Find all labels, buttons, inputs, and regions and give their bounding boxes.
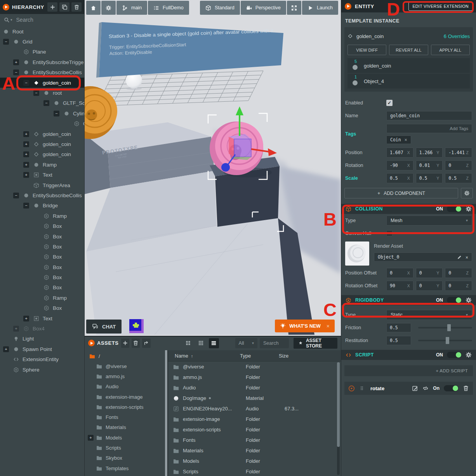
asset-row-extension-image[interactable]: extension-imageFolder <box>168 414 341 424</box>
viewport-panel[interactable]: Station 3 - Disable a single object (gol… <box>85 0 341 336</box>
rigidbody-settings-icon[interactable] <box>466 297 472 303</box>
folder-item-skybox[interactable]: Skybox <box>85 453 165 463</box>
folder-item--viverse[interactable]: @viverse <box>85 361 165 371</box>
viewport-canvas[interactable]: Station 3 - Disable a single object (gol… <box>85 0 341 336</box>
asset-search-input[interactable]: Search <box>260 338 289 348</box>
view-grid-large-button[interactable] <box>196 338 206 348</box>
collision-type-dropdown[interactable]: Mesh▾ <box>386 215 472 226</box>
rotation-x-field[interactable]: -90X <box>386 160 413 170</box>
rotation-offset-z-field[interactable]: 0Z <box>445 281 472 291</box>
tree-item-ramp[interactable]: Ramp <box>0 211 84 221</box>
position-offset-x-field[interactable]: 0X <box>386 268 413 278</box>
tree-toggle-icon[interactable]: + <box>23 141 29 147</box>
overrides-link[interactable]: 6 Overrides <box>444 33 470 39</box>
enabled-checkbox[interactable]: ✓ <box>386 100 393 106</box>
column-header-type[interactable]: Type <box>240 353 279 359</box>
tree-toggle-icon[interactable]: + <box>23 316 29 321</box>
add-script-button[interactable]: + ADD SCRIPT <box>344 365 473 376</box>
tree-item-golden-coin[interactable]: +golden_coin <box>0 139 84 149</box>
tree-item-golden-coin[interactable]: −golden_coin <box>0 78 84 88</box>
avatar-button[interactable] <box>129 319 144 333</box>
tree-item-text[interactable]: +Text <box>0 170 84 180</box>
render-asset-thumbnail[interactable] <box>345 241 369 266</box>
tree-item-entitysubscribecollis[interactable]: −EntitySubscribeCollis <box>0 190 84 200</box>
tree-item-entitysubscribecollis[interactable]: −EntitySubscribeCollis <box>0 68 84 78</box>
launch-button[interactable]: Launch <box>302 1 338 15</box>
add-component-button[interactable]: +ADD COMPONENT <box>344 188 458 198</box>
asset-row-models[interactable]: ModelsFolder <box>168 456 341 466</box>
tree-item-triggerarea[interactable]: TriggerArea <box>0 180 84 190</box>
tag-chip-coin[interactable]: Coin × <box>386 136 411 144</box>
asset-filter-dropdown[interactable]: All ▾ <box>235 338 257 348</box>
tree-item-text[interactable]: +Text <box>0 313 84 323</box>
asset-row-extension-scripts[interactable]: extension-scriptsFolder <box>168 424 341 435</box>
tree-toggle-icon[interactable]: + <box>23 131 29 137</box>
position-offset-z-field[interactable]: 0Z <box>445 268 472 278</box>
hierarchy-search-input[interactable]: ▾ Search <box>0 14 84 26</box>
gear-button[interactable] <box>101 1 116 15</box>
tree-item-golden-coin[interactable]: +golden_coin <box>0 129 84 139</box>
tree-item-c[interactable]: C <box>0 119 84 129</box>
tree-toggle-icon[interactable]: − <box>54 111 59 116</box>
tree-toggle-icon[interactable]: − <box>33 90 39 96</box>
folder-toggle-icon[interactable]: + <box>88 435 94 441</box>
tree-item-bridge[interactable]: −Bridge <box>0 201 84 211</box>
tree-toggle-icon[interactable]: − <box>23 80 29 86</box>
add-entity-button[interactable] <box>47 2 57 12</box>
tree-toggle-icon[interactable]: + <box>23 172 29 178</box>
tree-toggle-icon[interactable]: + <box>23 151 29 157</box>
folder-item-fonts[interactable]: Fonts <box>85 412 165 422</box>
edit-asset-icon[interactable] <box>457 255 462 260</box>
add-asset-button[interactable] <box>121 339 129 348</box>
tree-item-entitysubscribetrigge[interactable]: +EntitySubscribeTrigge <box>0 57 84 67</box>
rotation-y-field[interactable]: 0.01Y <box>416 160 443 170</box>
convex-hull-checkbox[interactable] <box>386 230 393 236</box>
tree-item-plane[interactable]: Plane <box>0 47 84 57</box>
tree-toggle-icon[interactable]: + <box>13 326 19 332</box>
asset-row-scripts[interactable]: ScriptsFolder <box>168 466 341 476</box>
script-item-toggle[interactable] <box>444 385 459 391</box>
folder-item-audio[interactable]: Audio <box>85 382 165 392</box>
folder-item-scripts[interactable]: Scripts <box>85 443 165 453</box>
tree-toggle-icon[interactable]: + <box>13 59 19 65</box>
rotation-offset-x-field[interactable]: 90X <box>386 281 413 291</box>
name-field[interactable]: golden_coin <box>386 111 472 120</box>
tree-toggle-icon[interactable]: − <box>43 100 49 106</box>
position-z-field[interactable]: -1.441Z <box>445 148 472 158</box>
tree-item-root[interactable]: −root <box>0 88 84 98</box>
tree-item-cylin[interactable]: −Cylin <box>0 108 84 118</box>
asset-row--viverse[interactable]: @viverseFolder <box>168 361 341 372</box>
view-grid-small-button[interactable] <box>183 338 193 348</box>
script-expand-icon[interactable] <box>348 385 355 392</box>
tree-item-gltf-sc[interactable]: −GLTF_Sc <box>0 98 84 108</box>
main-button[interactable]: main <box>116 1 147 15</box>
home-button[interactable] <box>86 1 101 15</box>
component-settings-button[interactable] <box>461 188 473 198</box>
asset-row-engine20heavy20-[interactable]: ENGINE20Heavy20...Audio67.3... <box>168 403 341 414</box>
friction-field[interactable]: 0.5 <box>386 323 411 332</box>
tree-item-box[interactable]: Box <box>0 283 84 293</box>
render-asset-field[interactable]: Object_0 × <box>374 252 472 262</box>
folder-item-models[interactable]: +Models <box>85 433 165 443</box>
scale-x-field[interactable]: 0.5X <box>386 173 413 183</box>
chat-button[interactable]: CHAT <box>86 320 122 334</box>
rigidbody-toggle[interactable] <box>447 297 462 303</box>
standard-button[interactable]: Standard <box>200 1 240 15</box>
folder-item-ammo-js[interactable]: ammo.js <box>85 371 165 381</box>
delete-asset-button[interactable] <box>132 339 140 348</box>
tree-item-box[interactable]: Box <box>0 262 84 272</box>
collision-settings-icon[interactable] <box>466 206 472 212</box>
delete-script-icon[interactable] <box>463 385 469 391</box>
tree-toggle-icon[interactable]: + <box>3 346 9 352</box>
tree-toggle-icon[interactable]: − <box>13 193 19 198</box>
asset-row-audio[interactable]: AudioFolder <box>168 382 341 393</box>
column-header-size[interactable]: Size <box>279 353 314 359</box>
asset-table-scrollbar-thumb[interactable] <box>337 362 340 447</box>
asset-row-ammo-js[interactable]: ammo.jsFolder <box>168 372 341 382</box>
tag-chip-close-icon[interactable]: × <box>405 137 407 142</box>
tree-item-ramp[interactable]: +Ramp <box>0 160 84 170</box>
template-instance-object_4[interactable]: 1Object_4 <box>347 74 470 89</box>
tree-item-box[interactable]: Box <box>0 252 84 262</box>
apply-all-button[interactable]: APPLY ALL <box>431 45 470 55</box>
tree-item-light[interactable]: Light <box>0 334 84 344</box>
